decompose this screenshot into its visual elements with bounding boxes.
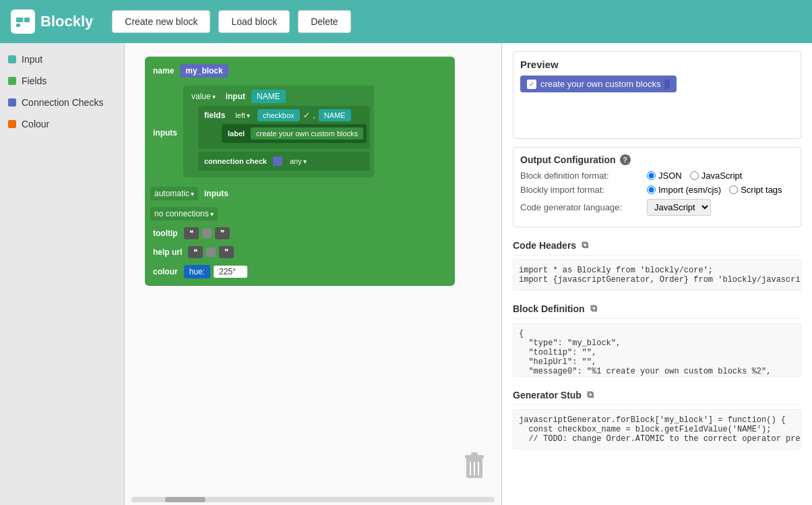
import-script-radio[interactable] xyxy=(729,185,738,194)
label-row-container: label create your own custom blocks xyxy=(222,124,367,143)
canvas-scrollbar-thumb[interactable] xyxy=(165,497,206,502)
block-definition-code[interactable]: { "type": "my_block", "tooltip": "", "he… xyxy=(513,323,801,377)
value-input-inner: value ▾ input NAME xyxy=(187,90,370,103)
import-esm-radio[interactable] xyxy=(647,185,656,194)
block-definition-title: Block Definition ⧉ xyxy=(513,299,801,319)
inputs-row: inputs value ▾ input NAME xyxy=(150,84,449,182)
block-canvas[interactable]: name my_block inputs value ▾ xyxy=(125,43,502,505)
automatic-chevron-icon: ▾ xyxy=(191,190,194,198)
no-connections-dropdown[interactable]: no connections ▾ xyxy=(150,207,218,220)
logo-area: Blockly xyxy=(11,9,93,34)
import-esm-label: Import (esm/cjs) xyxy=(658,185,721,195)
label-text-chip[interactable]: create your own custom blocks xyxy=(251,127,363,140)
checkbox-label[interactable]: checkbox xyxy=(257,109,299,121)
code-gen-select[interactable]: JavaScript Python PHP Lua Dart xyxy=(647,199,711,216)
sidebar-item-input[interactable]: Input xyxy=(0,49,124,70)
format-row: Block definition format: JSON JavaScript xyxy=(520,171,794,181)
import-script-label: Script tags xyxy=(741,185,782,195)
gen-line1: javascriptGenerator.forBlock['my_block']… xyxy=(519,415,786,425)
code-headers-section: Code Headers ⧉ import * as Blockly from … xyxy=(513,235,801,291)
hue-prefix: hue: xyxy=(184,265,210,278)
left-chevron-icon: ▾ xyxy=(247,112,250,119)
hue-input[interactable] xyxy=(214,266,247,278)
output-config-help-icon[interactable]: ? xyxy=(620,154,631,165)
fields-row-container: fields left ▾ checkbox ✓ , NAME xyxy=(198,106,370,149)
help-url-quote-open: ❝ xyxy=(188,246,203,258)
svg-rect-5 xyxy=(471,452,478,456)
value-dropdown[interactable]: value ▾ xyxy=(187,90,220,103)
preview-check-symbol: ✓ xyxy=(529,80,534,88)
tooltip-quote-close: ❞ xyxy=(215,227,230,239)
generator-label: Code generator language: xyxy=(520,202,642,212)
left-dropdown[interactable]: left ▾ xyxy=(231,109,254,121)
delete-button[interactable]: Delete xyxy=(298,10,350,33)
label-word: label xyxy=(225,128,247,139)
conn-check-inner: connection check any ▾ xyxy=(201,155,367,167)
generator-row: Code generator language: JavaScript Pyth… xyxy=(520,199,794,216)
generator-stub-code[interactable]: javascriptGenerator.forBlock['my_block']… xyxy=(513,409,801,450)
sidebar-item-fields[interactable]: Fields xyxy=(0,70,124,92)
value-input-row: value ▾ input NAME fields xyxy=(183,86,374,177)
connection-checks-dot xyxy=(8,98,16,107)
preview-block: ✓ create your own custom blocks xyxy=(520,76,677,92)
import-radio-group: Import (esm/cjs) Script tags xyxy=(647,185,782,195)
sidebar-item-connection-checks[interactable]: Connection Checks xyxy=(0,92,124,113)
import-esm-option[interactable]: Import (esm/cjs) xyxy=(647,185,721,195)
import-label: Blockly import format: xyxy=(520,185,642,195)
help-url-row: help url ❝ ❞ xyxy=(150,244,449,260)
fields-inner: fields left ▾ checkbox ✓ , NAME xyxy=(201,109,367,121)
comma-separator: , xyxy=(313,111,315,120)
block-definition-copy-icon[interactable]: ⧉ xyxy=(590,303,597,314)
preview-checkbox-icon: ✓ xyxy=(527,80,536,89)
preview-block-text: create your own custom blocks xyxy=(540,79,660,89)
header: Blockly Create new block Load block Dele… xyxy=(0,0,812,43)
input-container: value ▾ input NAME fields xyxy=(183,86,374,180)
value-chevron-icon: ▾ xyxy=(212,93,216,100)
name-value-chip[interactable]: my_block xyxy=(180,64,228,78)
format-javascript-option[interactable]: JavaScript xyxy=(690,171,743,181)
trash-icon[interactable] xyxy=(461,451,488,485)
any-label: any xyxy=(290,157,302,165)
label-inner: label create your own custom blocks xyxy=(225,127,363,140)
sidebar-label-fields: Fields xyxy=(22,76,46,86)
automatic-dropdown[interactable]: automatic ▾ xyxy=(150,187,198,200)
generator-stub-copy-icon[interactable]: ⧉ xyxy=(587,389,594,400)
sidebar: Input Fields Connection Checks Colour xyxy=(0,43,125,505)
format-json-option[interactable]: JSON xyxy=(647,171,682,181)
connection-check-icon xyxy=(273,156,282,166)
gen-line2: const checkbox_name = block.getFieldValu… xyxy=(519,425,771,434)
create-new-block-button[interactable]: Create new block xyxy=(112,10,210,33)
help-url-icon[interactable] xyxy=(206,247,216,257)
sidebar-label-input: Input xyxy=(22,54,42,65)
code-headers-copy-icon[interactable]: ⧉ xyxy=(582,239,588,251)
blockly-logo-icon xyxy=(11,9,35,34)
name-field-chip[interactable]: NAME xyxy=(251,90,286,103)
format-json-radio[interactable] xyxy=(647,171,656,180)
sidebar-item-colour[interactable]: Colour xyxy=(0,113,124,135)
block-definition-section: Block Definition ⧉ { "type": "my_block",… xyxy=(513,299,801,377)
any-chevron-icon: ▾ xyxy=(303,158,307,165)
main-block[interactable]: name my_block inputs value ▾ xyxy=(145,57,455,286)
colour-dot xyxy=(8,120,16,128)
value-label: value xyxy=(191,92,211,101)
check-symbol: ✓ xyxy=(303,111,310,120)
code-headers-title: Code Headers ⧉ xyxy=(513,235,801,256)
no-connections-chevron-icon: ▾ xyxy=(210,210,214,218)
svg-rect-2 xyxy=(16,24,20,27)
inputs-label2: inputs xyxy=(201,187,231,200)
name-field2-chip[interactable]: NAME xyxy=(319,109,351,121)
name-row: name my_block xyxy=(150,62,449,80)
canvas-scrollbar[interactable] xyxy=(131,497,495,502)
svg-rect-0 xyxy=(16,18,23,22)
import-script-option[interactable]: Script tags xyxy=(729,185,782,195)
format-javascript-radio[interactable] xyxy=(690,171,699,180)
left-label: left xyxy=(235,111,245,119)
colour-row: colour hue: xyxy=(150,263,449,280)
tooltip-icon[interactable] xyxy=(202,229,212,238)
code-headers-block[interactable]: import * as Blockly from 'blockly/core';… xyxy=(513,260,801,291)
colour-label: colour xyxy=(150,266,181,278)
load-block-button[interactable]: Load block xyxy=(218,10,290,33)
generator-stub-section: Generator Stub ⧉ javascriptGenerator.for… xyxy=(513,385,801,450)
import-row: Blockly import format: Import (esm/cjs) … xyxy=(520,185,794,195)
any-dropdown[interactable]: any ▾ xyxy=(286,155,311,167)
